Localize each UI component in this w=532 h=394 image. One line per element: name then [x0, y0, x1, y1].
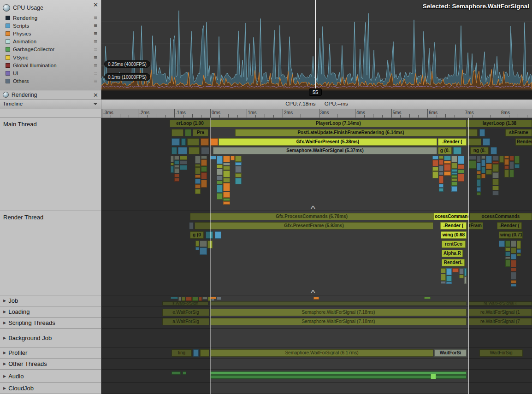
sample-block[interactable]: [511, 241, 516, 247]
legend-item-others[interactable]: Others≡: [0, 77, 101, 85]
timeline-bar[interactable]: WaitForSi: [434, 349, 467, 357]
timeline-bar[interactable]: [215, 231, 221, 239]
frame-number-badge[interactable]: 55: [309, 88, 322, 96]
collapse-chevron-icon[interactable]: ∧: [309, 205, 316, 209]
sample-block[interactable]: [424, 297, 431, 299]
sample-block[interactable]: [446, 268, 452, 275]
sample-block[interactable]: [235, 173, 241, 177]
timeline-bar[interactable]: a.WaitForSig: [162, 318, 209, 325]
timeline-bar[interactable]: [467, 129, 478, 136]
sample-block[interactable]: [201, 172, 207, 179]
sample-block[interactable]: [504, 165, 509, 169]
sample-block[interactable]: [195, 164, 201, 167]
sample-block[interactable]: [195, 156, 201, 164]
timeline-bar[interactable]: [453, 147, 461, 154]
legend-item-global-illumination[interactable]: Global Illumination≡: [0, 61, 101, 69]
timeline-mode-dropdown[interactable]: Timeline: [0, 100, 101, 109]
timeline-bar[interactable]: Semaphore.WaitForSignal (5.37ms): [213, 147, 437, 154]
thread-row-scripting[interactable]: ▶Scripting Threads: [0, 318, 101, 329]
sample-block[interactable]: [235, 166, 241, 173]
timeline-bar[interactable]: wing (0.71: [499, 231, 523, 239]
legend-item-vsync[interactable]: VSync≡: [0, 53, 101, 61]
sample-block[interactable]: [441, 274, 446, 281]
timeline-bar[interactable]: ocessCommands (1.: [433, 213, 469, 220]
timeline-tracks[interactable]: erLoop (1.00PlayerLoop (7.14ms)layerLoop…: [101, 118, 532, 394]
sample-block[interactable]: [195, 241, 199, 247]
timeline-bar[interactable]: Semaphore.WaitForSignal (7.18ms): [210, 318, 467, 325]
sample-block[interactable]: [481, 174, 485, 178]
sample-block[interactable]: [210, 156, 216, 159]
sample-block[interactable]: [504, 156, 509, 159]
sample-block[interactable]: [444, 156, 451, 160]
timeline-bar[interactable]: [178, 147, 187, 154]
timeline-bar[interactable]: .Render (: [438, 138, 467, 146]
sample-block[interactable]: [492, 156, 498, 161]
sample-block[interactable]: [171, 156, 174, 162]
sample-block[interactable]: [439, 156, 443, 159]
timeline-bar[interactable]: tFram: [467, 222, 483, 229]
sample-block[interactable]: [223, 178, 230, 182]
sample-block[interactable]: [492, 172, 498, 178]
drag-handle-icon[interactable]: ≡: [94, 55, 97, 60]
sample-block[interactable]: [451, 163, 457, 169]
timeline-bar[interactable]: [206, 231, 213, 239]
sample-block[interactable]: [174, 178, 179, 182]
timeline-bar[interactable]: g (0: [190, 231, 204, 239]
sample-block[interactable]: [441, 268, 446, 273]
legend-item-scripts[interactable]: Scripts≡: [0, 22, 101, 29]
legend-item-garbagecollector[interactable]: GarbageCollector≡: [0, 46, 101, 53]
sample-block[interactable]: [180, 156, 187, 160]
timeline-bar[interactable]: Pra: [193, 129, 208, 136]
sample-block[interactable]: [505, 259, 510, 266]
sample-block[interactable]: [514, 164, 520, 168]
sample-block[interactable]: [313, 297, 319, 300]
sample-block[interactable]: [217, 169, 223, 175]
timeline-bar[interactable]: RenderL: [442, 259, 465, 266]
collapse-chevron-icon[interactable]: ∧: [309, 289, 316, 294]
sample-block[interactable]: [451, 172, 457, 175]
legend-item-ui[interactable]: UI≡: [0, 69, 101, 77]
timeline-bar[interactable]: [171, 147, 177, 154]
timeline-bar[interactable]: [491, 147, 497, 154]
timeline-bar[interactable]: [185, 129, 191, 136]
timeline-bar[interactable]: re.WaitForSignal (: [468, 301, 532, 306]
sample-block[interactable]: [223, 183, 230, 191]
sample-block[interactable]: [477, 179, 481, 187]
sample-block[interactable]: [202, 297, 207, 300]
sample-block[interactable]: [217, 176, 223, 180]
timeline-bar[interactable]: Gfx.ProcessCommands (6.78ms): [190, 213, 433, 220]
timeline-bar[interactable]: [483, 138, 490, 146]
timeline-bar[interactable]: wing (0.68: [441, 231, 467, 239]
sample-block[interactable]: [469, 160, 476, 169]
thread-row-cloud[interactable]: ▶CloudJob: [0, 383, 101, 394]
sample-block[interactable]: [458, 174, 464, 182]
timeline-bar[interactable]: [210, 301, 467, 306]
sample-block[interactable]: [223, 171, 230, 177]
sample-block[interactable]: [223, 166, 230, 170]
sample-block[interactable]: [511, 260, 516, 267]
sample-block[interactable]: [223, 201, 230, 205]
drag-handle-icon[interactable]: ≡: [94, 63, 97, 68]
sample-block[interactable]: [217, 165, 223, 168]
timeline-bar[interactable]: Semaphore.WaitForSignal (6.17ms): [210, 349, 433, 357]
thread-row-render[interactable]: Render Thread: [0, 211, 101, 295]
sample-block[interactable]: [517, 249, 521, 253]
drag-handle-icon[interactable]: ≡: [94, 47, 97, 52]
sample-block[interactable]: [217, 193, 223, 199]
timeline-bar[interactable]: Render: [515, 138, 532, 146]
timeline-bar[interactable]: erLoop (1.00: [170, 120, 210, 127]
sample-block[interactable]: [499, 156, 504, 163]
timeline-bar[interactable]: .Render (: [440, 222, 467, 229]
sample-block[interactable]: [182, 297, 185, 301]
sample-block[interactable]: [223, 192, 230, 198]
sample-block[interactable]: [464, 268, 467, 276]
sample-block[interactable]: [217, 297, 221, 300]
sample-block[interactable]: [504, 170, 509, 177]
sample-block[interactable]: [432, 160, 438, 166]
drag-handle-icon[interactable]: ≡: [94, 31, 97, 36]
sample-block[interactable]: [451, 178, 457, 181]
sample-block[interactable]: [235, 178, 241, 184]
sample-block[interactable]: [446, 276, 452, 282]
sample-block[interactable]: [477, 187, 481, 192]
timeline-bar[interactable]: [171, 129, 183, 136]
